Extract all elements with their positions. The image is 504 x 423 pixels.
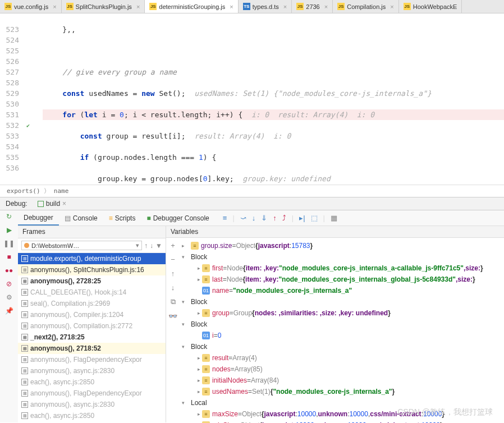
frames-list[interactable]: ⊞module.exports(), deterministicGroup⊞an… xyxy=(18,253,166,422)
filter-icon[interactable]: ▼ xyxy=(155,242,162,250)
frame-icon: ⊞ xyxy=(21,345,28,352)
close-icon[interactable]: × xyxy=(283,3,287,10)
frame-item[interactable]: ⊞anonymous(), 2718:52 xyxy=(18,343,166,354)
tab-splitchunks[interactable]: JSSplitChunksPlugin.js× xyxy=(62,0,145,13)
remove-watch-icon[interactable]: − xyxy=(171,255,175,264)
expand-icon[interactable]: ▸ xyxy=(195,364,202,375)
expand-icon[interactable]: ▸ xyxy=(195,352,202,364)
frame-item[interactable]: ⊞seal(), Compilation.js:2969 xyxy=(18,298,166,309)
frame-item[interactable]: ⊞anonymous(), Compilation.js:2772 xyxy=(18,320,166,332)
close-icon[interactable]: × xyxy=(53,3,56,10)
tab-debugger[interactable]: Debugger xyxy=(18,210,59,226)
close-icon[interactable]: × xyxy=(390,3,393,10)
code-editor[interactable]: 5235245255265275285295305315325335345355… xyxy=(0,13,504,185)
thread-dropdown[interactable]: D:\WebstormW…▾ xyxy=(21,241,142,250)
resume-icon[interactable]: ▶ xyxy=(7,226,12,234)
tab-2736[interactable]: JS2736× xyxy=(292,0,333,13)
add-watch-icon[interactable]: + xyxy=(171,241,175,250)
ts-file-icon: TS xyxy=(243,3,250,10)
rerun-icon[interactable]: ↻ xyxy=(6,213,12,220)
drop-frame-icon[interactable]: ⤴ xyxy=(282,214,286,222)
step-into-icon[interactable]: ↓ xyxy=(252,214,256,222)
up-icon[interactable]: ↑ xyxy=(171,269,175,278)
frame-icon: ⊞ xyxy=(21,390,28,397)
frames-panel: Frames D:\WebstormW…▾ ↑ ↓ ▼ ⊞module.expo… xyxy=(18,226,166,422)
frame-item[interactable]: ⊞anonymous(), Compiler.js:1204 xyxy=(18,309,166,320)
collapse-icon[interactable]: ▾ xyxy=(180,397,186,408)
frame-icon: ⊞ xyxy=(21,255,28,262)
force-step-into-icon[interactable]: ⇓ xyxy=(261,214,267,222)
pause-icon[interactable]: ❚❚ xyxy=(3,240,15,247)
watermark: CSDN @教练，我想打篮球 xyxy=(397,407,493,417)
js-file-icon: JS xyxy=(337,3,345,10)
expand-icon[interactable]: ▸ xyxy=(195,408,202,420)
collapse-icon[interactable]: ▾ xyxy=(180,296,186,307)
frame-icon: ⊞ xyxy=(21,412,28,419)
stop-icon[interactable]: ■ xyxy=(7,253,11,261)
frame-icon: ⊞ xyxy=(21,323,28,329)
expand-icon[interactable]: ▸ xyxy=(195,420,202,423)
variables-tree[interactable]: ▸≡group.size = Object {javascript: 15783… xyxy=(180,238,504,423)
evaluate-icon[interactable]: ⬚ xyxy=(311,214,318,222)
frame-item[interactable]: ⊞anonymous(), async.js:2830 xyxy=(18,365,166,376)
step-out-icon[interactable]: ↑ xyxy=(273,214,277,222)
next-frame-icon[interactable]: ↓ xyxy=(150,242,153,250)
layout-icon[interactable]: ▦ xyxy=(331,214,337,222)
close-icon[interactable]: × xyxy=(324,3,328,10)
object-icon: ≡ xyxy=(202,376,210,384)
close-icon[interactable]: × xyxy=(62,200,66,208)
js-file-icon: JS xyxy=(149,3,157,10)
settings-icon[interactable]: ⚙ xyxy=(6,293,12,301)
js-file-icon: JS xyxy=(296,3,304,10)
pin-icon[interactable]: 📌 xyxy=(5,307,13,315)
frame-icon: ⊞ xyxy=(21,311,28,318)
expand-icon[interactable]: ▸ xyxy=(195,263,202,274)
expand-icon[interactable]: ▸ xyxy=(195,375,202,386)
collapse-icon[interactable]: ▾ xyxy=(180,341,186,352)
prev-frame-icon[interactable]: ↑ xyxy=(144,242,148,250)
object-icon: ≡ xyxy=(191,242,199,250)
down-icon[interactable]: ↓ xyxy=(171,283,175,292)
expand-icon[interactable]: ▸ xyxy=(195,274,202,285)
frame-item[interactable]: ⊞CALL_DELEGATE(), Hook.js:14 xyxy=(18,287,166,298)
frame-item[interactable]: ⊞anonymous(), FlagDependencyExpor xyxy=(18,388,166,399)
copy-icon[interactable]: ⧉ xyxy=(171,297,176,306)
tab-types[interactable]: TStypes.d.ts× xyxy=(239,0,292,13)
step-over-icon[interactable]: ⤻ xyxy=(240,214,246,222)
show-exec-icon[interactable]: ≡ xyxy=(223,214,227,222)
frame-item[interactable]: ⊞module.exports(), deterministicGroup xyxy=(18,253,166,264)
frame-item[interactable]: ⊞each(), async.js:2850 xyxy=(18,376,166,388)
tab-scripts[interactable]: ≡Scripts xyxy=(103,210,141,226)
gutter-icons: ✔ xyxy=(22,13,34,185)
object-icon: ≡ xyxy=(202,264,210,272)
glasses-icon[interactable]: 👓 xyxy=(168,312,177,320)
run-to-cursor-icon[interactable]: ▸| xyxy=(299,214,305,222)
breakpoints-icon[interactable]: ●● xyxy=(5,266,13,274)
frame-item[interactable]: ⊞anonymous(), FlagDependencyExpor xyxy=(18,354,166,365)
collapse-icon[interactable]: ▾ xyxy=(180,319,186,330)
collapse-icon[interactable]: ▾ xyxy=(180,251,186,263)
tab-console[interactable]: ▤Console xyxy=(59,210,103,226)
editor-tabs: JSvue.config.js× JSSplitChunksPlugin.js×… xyxy=(0,0,504,13)
expand-icon[interactable]: ▸ xyxy=(195,307,202,319)
frame-item[interactable]: ⊞anonymous(), 2728:25 xyxy=(18,275,166,287)
tab-deterministic-grouping[interactable]: JSdeterministicGrouping.js× xyxy=(145,0,238,13)
tab-debugger-console[interactable]: ■Debugger Console xyxy=(141,210,214,226)
breadcrumb[interactable]: exports() 〉 name xyxy=(0,185,504,197)
frame-item[interactable]: ⊞anonymous(), async.js:2830 xyxy=(18,399,166,410)
close-icon[interactable]: × xyxy=(136,3,140,10)
expand-icon[interactable]: ▸ xyxy=(195,386,202,397)
tab-compilation[interactable]: JSCompilation.js× xyxy=(333,0,399,13)
frame-item[interactable]: ⊞anonymous(), SplitChunksPlugin.js:16 xyxy=(18,264,166,275)
close-icon[interactable]: × xyxy=(230,3,233,10)
code-area[interactable]: },, // give every group a name const use… xyxy=(43,13,504,185)
debug-config-tab[interactable]: build× xyxy=(34,199,70,209)
frame-item[interactable]: ⊞_next2(), 2718:25 xyxy=(18,332,166,343)
debug-label: Debug: xyxy=(6,200,28,208)
mute-icon[interactable]: ⊘ xyxy=(6,280,12,288)
tab-vue-config[interactable]: JSvue.config.js× xyxy=(0,0,62,13)
expand-icon[interactable]: ▸ xyxy=(180,240,186,251)
tab-hookwebpack[interactable]: JSHookWebpackE xyxy=(399,0,462,13)
frame-item[interactable]: ⊞each(), async.js:2850 xyxy=(18,410,166,421)
frame-icon: ⊞ xyxy=(21,379,28,385)
